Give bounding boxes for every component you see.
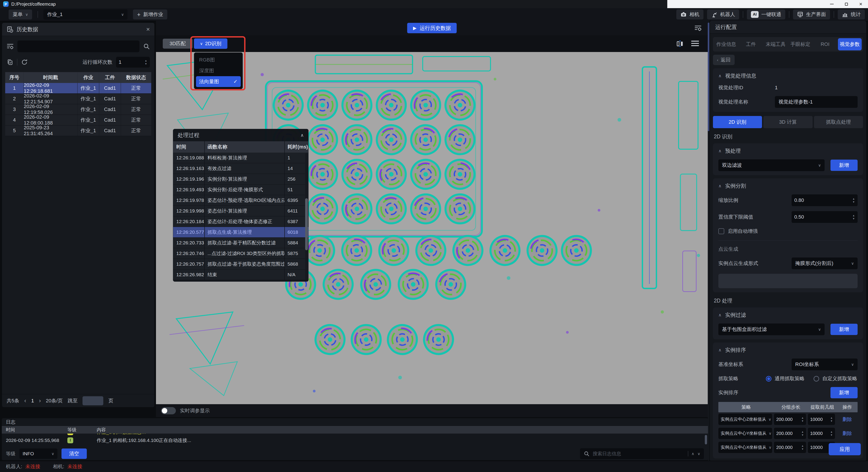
preprocess-header[interactable]: ∧ 预处理	[718, 147, 858, 154]
split-view-icon[interactable]	[675, 40, 684, 48]
one-key-connect-button[interactable]: AI 一键联通	[747, 9, 785, 20]
instance-sort-add-button[interactable]: 新增	[831, 387, 858, 398]
tab-job-info[interactable]: 作业信息	[714, 38, 738, 51]
process-row[interactable]: 12:26:19.196实例分割-算法推理256	[173, 174, 308, 185]
radio-custom-strategy[interactable]: 自定义抓取策略	[813, 375, 857, 382]
tab-3d-match[interactable]: 3D匹配	[163, 39, 193, 49]
strategy-select[interactable]: 实例点云中心X坐标值从∨	[718, 442, 772, 453]
scrollbar-thumb[interactable]	[708, 23, 709, 131]
minimize-button[interactable]	[825, 0, 839, 8]
tab-workpiece[interactable]: 工件	[739, 38, 763, 51]
stepper-arrows-icon[interactable]: ▲▼	[145, 60, 147, 65]
instance-sort-header[interactable]: ∧ 实例排序	[718, 347, 858, 353]
instance-filter-add-button[interactable]: 新增	[831, 324, 858, 335]
statistics-button[interactable]: 统计	[838, 9, 865, 20]
history-search-input[interactable]	[18, 40, 140, 52]
table-row[interactable]: 52025-09-23 21:31:45.264作业_1Cad1正常	[5, 125, 151, 136]
preprocess-add-button[interactable]: 新增	[831, 160, 858, 171]
coord-system-select[interactable]: ROI坐标系 ∨	[792, 358, 858, 370]
search-icon[interactable]	[143, 43, 150, 50]
pointcloud-form-select[interactable]: 掩膜形式(分割后) ∨	[792, 257, 858, 269]
log-search-box[interactable]: 搜索日志信息 ∧ ∨	[580, 448, 704, 459]
search-next-button[interactable]: ∨	[698, 451, 700, 456]
stepper-arrows-icon[interactable]: ▲▼	[830, 431, 833, 436]
top-groups-stepper[interactable]: 10000▲▼	[808, 414, 835, 425]
empty-field[interactable]	[718, 274, 858, 288]
loop-count-stepper[interactable]: 1 ▲▼	[116, 57, 150, 68]
strategy-select[interactable]: 实例点云中心Y坐标值从∨	[718, 428, 772, 439]
refresh-icon[interactable]	[21, 59, 28, 66]
realtime-display-toggle[interactable]	[161, 407, 176, 414]
group-step-stepper[interactable]: 200.000▲▼	[774, 428, 806, 439]
collapse-chevron-up-icon[interactable]: ∧	[301, 132, 304, 138]
table-row[interactable]: 12026-02-09 12:26:18.681作业_1Cad1正常	[5, 83, 151, 94]
process-row[interactable]: 12:26:19.998姿态估计-算法推理6411	[173, 206, 308, 216]
table-row[interactable]: 22026-02-09 12:21:54.907作业_1Cad1正常	[5, 94, 151, 104]
scrollbar-thumb[interactable]	[305, 198, 308, 250]
menu-hamburger-icon[interactable]	[691, 41, 699, 46]
list-settings-icon[interactable]	[694, 24, 702, 32]
process-row[interactable]: 12:26:20.746...点过滤-过滤ROI 3D类型区外的抓取点5875	[173, 248, 308, 259]
production-ui-button[interactable]: 生产界面	[793, 9, 830, 20]
mode-tab-2d-recognition[interactable]: 2D 识别	[713, 116, 762, 128]
stepper-arrows-icon[interactable]: ▲▼	[801, 445, 804, 450]
prev-page-button[interactable]: ‹	[24, 397, 26, 404]
log-row[interactable]: 2026-02-09 14:25:55,968 I 作业_1 的相机:192.1…	[2, 436, 708, 444]
process-row[interactable]: 12:26:19.493实例分割-后处理-掩膜形式51	[173, 185, 308, 195]
table-row[interactable]: 32026-02-09 12:19:58.026作业_1Cad1正常	[5, 104, 151, 115]
tab-roi[interactable]: ROI	[813, 38, 837, 51]
instance-filter-select[interactable]: 基于包围盒面积过滤 ∨	[718, 323, 825, 335]
group-step-stepper[interactable]: 200.000▲▼	[774, 442, 806, 453]
stepper-arrows-icon[interactable]: ▲▼	[852, 215, 855, 220]
filter-settings-icon[interactable]	[6, 43, 14, 50]
scrollbar-thumb[interactable]	[705, 435, 707, 444]
preprocess-filter-select[interactable]: 双边滤波 ∨	[718, 159, 825, 171]
job-select[interactable]: 作业_1 ∨	[43, 9, 127, 20]
jump-page-input[interactable]	[83, 396, 103, 405]
tab-end-tool[interactable]: 末端工具	[764, 38, 787, 51]
radio-general-strategy[interactable]: 通用抓取策略	[766, 375, 804, 382]
stepper-arrows-icon[interactable]: ▲▼	[852, 198, 855, 203]
table-row[interactable]: 42026-02-09 12:08:00.188作业_1Cad1正常	[5, 115, 151, 125]
vision-name-input[interactable]: 视觉处理参数-1	[775, 96, 858, 108]
delete-link[interactable]: 删除	[837, 416, 858, 422]
process-row-selected[interactable]: 12:26:20.577抓取点生成-算法推理6018	[173, 227, 308, 238]
mode-tab-3d-compute[interactable]: 3D 计算	[763, 116, 812, 128]
process-row[interactable]: 12:26:20.757抓取点过滤-基于抓取姿态角度范围过滤5868	[173, 259, 308, 270]
search-prev-button[interactable]: ∧	[691, 451, 694, 456]
group-step-stepper[interactable]: 200.000▲▼	[774, 414, 806, 425]
auto-enhance-checkbox[interactable]	[718, 228, 724, 234]
confidence-stepper[interactable]: 0.50 ▲▼	[792, 211, 858, 223]
tab-hand-eye-calibration[interactable]: 手眼标定	[788, 38, 812, 51]
process-row[interactable]: 12:26:26.982结束N/A	[173, 270, 308, 280]
delete-link[interactable]: 删除	[837, 430, 858, 437]
robot-button[interactable]: 机器人	[707, 9, 739, 20]
stepper-arrows-icon[interactable]: ▲▼	[801, 417, 804, 422]
next-page-button[interactable]: ›	[39, 397, 41, 404]
stepper-arrows-icon[interactable]: ▲▼	[801, 431, 804, 436]
strategy-select[interactable]: 实例点云中心Z坐标值从∨	[718, 414, 772, 425]
scale-stepper[interactable]: 0.80 ▲▼	[792, 194, 858, 206]
menu-button[interactable]: 菜单 ∨	[8, 9, 32, 20]
process-row[interactable]: 12:26:19.088料框检测-算法推理1	[173, 153, 308, 163]
current-page[interactable]: 1	[31, 398, 34, 404]
copy-check-icon[interactable]	[6, 59, 13, 66]
process-row[interactable]: 12:26:20.733抓取点过滤-基于精匹配分数过滤5884	[173, 238, 308, 248]
tab-vision-params[interactable]: 视觉参数	[838, 38, 862, 51]
mode-tab-grasp-point[interactable]: 抓取点处理	[814, 116, 863, 128]
back-button[interactable]: ‹ 返回	[713, 55, 735, 65]
stepper-arrows-icon[interactable]: ▲▼	[830, 417, 833, 422]
instance-segmentation-header[interactable]: ∧ 实例分割	[718, 182, 858, 189]
process-row[interactable]: 12:26:20.184姿态估计-后处理-物体姿态修正6387	[173, 216, 308, 227]
scrollbar-track[interactable]	[305, 153, 308, 280]
log-level-select[interactable]: INFO ∨	[20, 448, 57, 459]
process-row[interactable]: 12:26:19.163有效点过滤14	[173, 163, 308, 174]
clear-log-button[interactable]: 清空	[61, 448, 87, 459]
history-close-button[interactable]: ×	[146, 26, 150, 33]
maximize-button[interactable]	[839, 0, 854, 8]
vision-info-header[interactable]: ∧ 视觉处理信息	[718, 72, 858, 80]
run-history-data-button[interactable]: ▶ 运行历史数据	[407, 23, 457, 33]
process-row[interactable]: 12:26:19.978姿态估计-预处理-选取ROI区域内点云6395	[173, 195, 308, 206]
apply-button[interactable]: 应用	[829, 443, 861, 455]
camera-button[interactable]: 相机	[676, 9, 704, 20]
